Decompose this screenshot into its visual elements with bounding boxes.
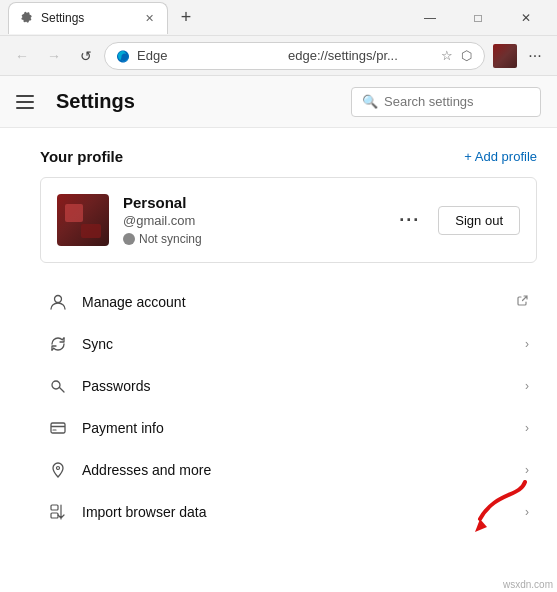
addresses-chevron-icon: › (525, 463, 529, 477)
profile-section-header: Your profile + Add profile (40, 148, 537, 165)
menu-item-passwords[interactable]: Passwords › (40, 365, 537, 407)
svg-rect-4 (51, 423, 65, 433)
profile-card: Personal @gmail.com Not syncing ··· Sign… (40, 177, 537, 263)
passwords-label: Passwords (82, 378, 511, 394)
profile-email: @gmail.com (123, 213, 381, 228)
profile-name: Personal (123, 194, 381, 211)
add-profile-button[interactable]: + Add profile (464, 149, 537, 164)
menu-item-addresses[interactable]: Addresses and more › (40, 449, 537, 491)
title-bar: Settings ✕ + — □ ✕ (0, 0, 557, 36)
profile-section-title: Your profile (40, 148, 123, 165)
settings-menu-list: Manage account Sync (40, 281, 537, 533)
new-tab-button[interactable]: + (172, 4, 200, 32)
key-icon (48, 376, 68, 396)
main-content: Settings 🔍 Your profile + Add profile Pe… (0, 76, 557, 592)
address-bar-input[interactable]: Edge edge://settings/pr... ☆ ⬡ (104, 42, 485, 70)
sync-icon (48, 334, 68, 354)
manage-account-label: Manage account (82, 294, 502, 310)
settings-tab-icon (19, 10, 35, 26)
search-input[interactable] (384, 94, 524, 109)
payment-info-label: Payment info (82, 420, 511, 436)
avatar (57, 194, 109, 246)
svg-rect-9 (51, 513, 58, 518)
address-bar: ← → ↺ Edge edge://settings/pr... ☆ ⬡ ··· (0, 36, 557, 76)
card-icon (48, 418, 68, 438)
watermark: wsxdn.com (503, 579, 553, 590)
svg-point-3 (52, 381, 60, 389)
sync-status-dot (123, 233, 135, 245)
address-text: Edge (137, 48, 282, 63)
hamburger-menu[interactable] (16, 88, 44, 116)
address-bar-icons: ☆ ⬡ (439, 46, 474, 65)
profile-info: Personal @gmail.com Not syncing (123, 194, 381, 246)
address-url: edge://settings/pr... (288, 48, 433, 63)
search-box[interactable]: 🔍 (351, 87, 541, 117)
person-icon (48, 292, 68, 312)
hamburger-line-1 (16, 95, 34, 97)
payment-chevron-icon: › (525, 421, 529, 435)
forward-button[interactable]: → (40, 42, 68, 70)
passwords-chevron-icon: › (525, 379, 529, 393)
location-icon (48, 460, 68, 480)
sync-label-text: Sync (82, 336, 511, 352)
page-title: Settings (56, 90, 351, 113)
profile-picture[interactable] (493, 44, 517, 68)
settings-content: Your profile + Add profile Personal @gma… (0, 128, 557, 592)
hamburger-line-3 (16, 107, 34, 109)
favorite-icon[interactable]: ☆ (439, 46, 455, 65)
external-link-icon (516, 294, 529, 310)
settings-top-bar: Settings 🔍 (0, 76, 557, 128)
menu-item-manage-account[interactable]: Manage account (40, 281, 537, 323)
profile-sync-status: Not syncing (123, 232, 381, 246)
tab-title-text: Settings (41, 11, 135, 25)
more-options-button[interactable]: ··· (521, 42, 549, 70)
import-icon (48, 502, 68, 522)
addresses-label: Addresses and more (82, 462, 511, 478)
sync-chevron-icon: › (525, 337, 529, 351)
window-controls: — □ ✕ (407, 0, 549, 36)
svg-point-7 (57, 467, 60, 470)
import-chevron-icon: › (525, 505, 529, 519)
sign-out-button[interactable]: Sign out (438, 206, 520, 235)
menu-item-payment[interactable]: Payment info › (40, 407, 537, 449)
settings-tab[interactable]: Settings ✕ (8, 2, 168, 34)
search-icon: 🔍 (362, 94, 378, 109)
menu-item-import[interactable]: Import browser data › (40, 491, 537, 533)
tab-close-button[interactable]: ✕ (141, 10, 157, 26)
close-button[interactable]: ✕ (503, 0, 549, 36)
edge-logo-icon (115, 48, 131, 64)
back-button[interactable]: ← (8, 42, 36, 70)
import-label: Import browser data (82, 504, 511, 520)
menu-item-sync[interactable]: Sync › (40, 323, 537, 365)
maximize-button[interactable]: □ (455, 0, 501, 36)
sync-label: Not syncing (139, 232, 202, 246)
tab-area: Settings ✕ + (8, 0, 407, 35)
svg-rect-8 (51, 505, 58, 510)
hamburger-line-2 (16, 101, 34, 103)
profile-more-button[interactable]: ··· (395, 206, 424, 235)
svg-point-2 (55, 296, 62, 303)
minimize-button[interactable]: — (407, 0, 453, 36)
collections-icon[interactable]: ⬡ (459, 46, 474, 65)
refresh-button[interactable]: ↺ (72, 42, 100, 70)
